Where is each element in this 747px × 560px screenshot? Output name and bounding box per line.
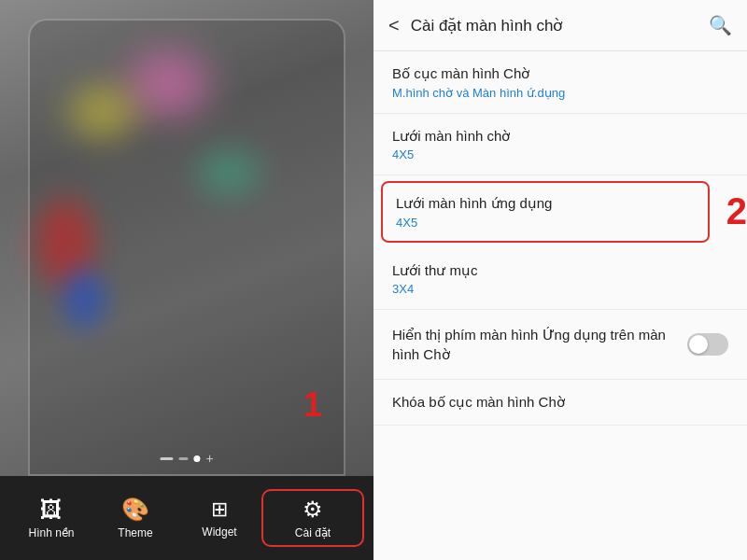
badge-number-2: 2 (726, 190, 747, 232)
dot-dash (160, 457, 173, 460)
right-panel: < Cài đặt màn hình chờ 🔍 Bố cục màn hình… (374, 0, 747, 560)
cai-dat-label: Cài đặt (295, 526, 331, 539)
phone-frame (28, 19, 345, 476)
back-button[interactable]: < (388, 15, 400, 36)
luoi-cho-sub: 4X5 (392, 147, 728, 161)
setting-hien-thi-phim: Hiển thị phím màn hình Ứng dụng trên màn… (374, 310, 747, 380)
cai-dat-icon: ⚙ (303, 497, 323, 523)
toggle-thumb (689, 335, 708, 354)
setting-khoa-bo-cuc[interactable]: Khóa bố cục màn hình Chờ (374, 380, 747, 426)
widget-label: Widget (202, 525, 236, 539)
nav-item-theme[interactable]: 🎨 Theme (93, 497, 177, 539)
luoi-ung-dung-title: Lưới màn hình ứng dụng (396, 194, 695, 213)
badge-number-1: 1 (303, 385, 322, 425)
dot-plus: + (205, 452, 213, 465)
setting-luoi-ung-dung[interactable]: Lưới màn hình ứng dụng 4X5 (381, 181, 710, 243)
settings-list: Bố cục màn hình Chờ M.hình chờ và Màn hì… (374, 51, 747, 560)
left-panel: + 1 🖼 Hình nền 🎨 Theme ⊞ Widget ⚙ Cài đặ… (0, 0, 374, 560)
luoi-cho-title: Lưới màn hình chờ (392, 127, 728, 146)
hinh-nen-icon: 🖼 (40, 497, 63, 523)
luoi-thu-muc-sub: 3X4 (392, 282, 728, 296)
theme-icon: 🎨 (121, 497, 149, 523)
page-title: Cài đặt màn hình chờ (411, 16, 709, 35)
setting-bo-cuc[interactable]: Bố cục màn hình Chờ M.hình chờ và Màn hì… (374, 51, 747, 114)
setting-luoi-cho[interactable]: Lưới màn hình chờ 4X5 (374, 114, 747, 176)
phone-screen: + 1 (0, 0, 374, 476)
hien-thi-phim-title: Hiển thị phím màn hình Ứng dụng trên màn… (392, 325, 687, 364)
settings-header: < Cài đặt màn hình chờ 🔍 (374, 0, 747, 51)
bo-cuc-sub: M.hình chờ và Màn hình ứ.dụng (392, 86, 728, 100)
dot-circle (193, 455, 200, 462)
setting-luoi-thu-muc[interactable]: Lưới thư mục 3X4 (374, 248, 747, 311)
nav-item-widget[interactable]: ⊞ Widget (177, 497, 261, 539)
hinh-nen-label: Hình nền (28, 526, 74, 539)
nav-item-cai-dat[interactable]: ⚙ Cài đặt (261, 489, 364, 547)
bottom-nav: 🖼 Hình nền 🎨 Theme ⊞ Widget ⚙ Cài đặt (0, 476, 374, 560)
khoa-bo-cuc-title: Khóa bố cục màn hình Chờ (392, 393, 728, 412)
dot-rect (178, 457, 188, 460)
nav-item-hinh-nen[interactable]: 🖼 Hình nền (9, 497, 93, 539)
luoi-ung-dung-sub: 4X5 (396, 216, 695, 230)
luoi-thu-muc-title: Lưới thư mục (392, 261, 728, 280)
bo-cuc-title: Bố cục màn hình Chờ (392, 64, 728, 83)
widget-icon: ⊞ (211, 497, 228, 522)
dots-indicator: + (160, 452, 213, 465)
hien-thi-phim-toggle[interactable] (687, 333, 728, 356)
theme-label: Theme (118, 526, 152, 539)
search-button[interactable]: 🔍 (709, 14, 732, 36)
